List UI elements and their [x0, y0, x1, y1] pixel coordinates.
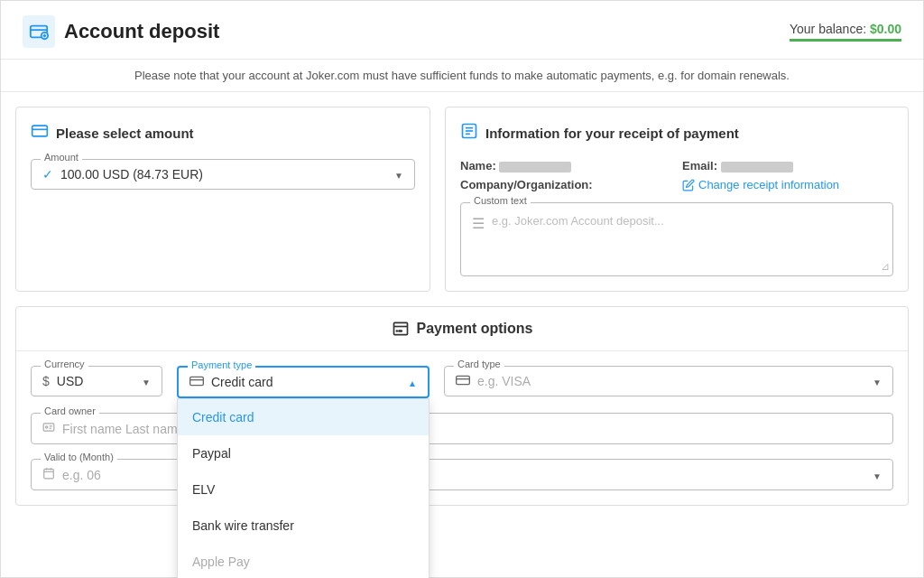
payment-fields-row2: Card owner First name Last name Ca — [16, 413, 908, 459]
payment-section-title: Payment options — [417, 321, 533, 337]
svg-rect-25 — [44, 469, 54, 479]
top-panels: Please select amount Amount ✓ 100.00 USD… — [1, 92, 923, 306]
page-container: Account deposit Your balance: $0.00 Plea… — [0, 0, 924, 578]
dropdown-item-credit-card[interactable]: Credit card — [178, 399, 429, 435]
payment-type-label: Payment type — [188, 359, 255, 370]
amount-label: Amount — [41, 152, 82, 163]
card-owner-icon — [42, 421, 55, 436]
receipt-panel: Information for your receipt of payment … — [445, 107, 909, 292]
balance-bar — [790, 39, 901, 42]
dropdown-item-elv[interactable]: ELV — [178, 471, 429, 508]
currency-field-content: $ USD — [42, 374, 151, 388]
card-type-icon — [456, 374, 470, 388]
svg-rect-17 — [457, 376, 470, 384]
payment-icon — [392, 320, 410, 338]
custom-text-label: Custom text — [470, 195, 531, 206]
amount-panel: Please select amount Amount ✓ 100.00 USD… — [15, 107, 430, 292]
change-link-container: Change receipt information — [682, 178, 893, 191]
balance-value: $0.00 — [870, 22, 901, 36]
card-owner-label: Card owner — [41, 406, 99, 416]
dropdown-item-paypal-label: Paypal — [192, 446, 231, 461]
currency-symbol: $ — [42, 374, 50, 388]
dropdown-item-bank-wire[interactable]: Bank wire transfer — [178, 508, 429, 544]
dropdown-item-elv-label: ELV — [192, 482, 215, 497]
payment-type-value: Credit card — [211, 375, 273, 389]
credit-card-icon — [189, 375, 204, 389]
card-type-label: Card type — [454, 359, 504, 369]
change-receipt-link[interactable]: Change receipt information — [682, 178, 893, 191]
page-title: Account deposit — [64, 20, 219, 43]
amount-field-group[interactable]: Amount ✓ 100.00 USD (84.73 EUR) — [31, 159, 415, 190]
amount-check-icon: ✓ — [42, 167, 53, 182]
card-owner-placeholder: First name Last name — [62, 422, 184, 436]
custom-text-placeholder-text: e.g. Joker.com Account deposit... — [492, 214, 664, 228]
email-label: Email: — [682, 159, 717, 172]
balance-display: Your balance: $0.00 — [790, 22, 901, 36]
payment-fields-row3: Valid to (Month) e.g. 06 Valid to — [16, 459, 908, 505]
receipt-panel-title: Information for your receipt of payment — [485, 126, 739, 141]
calendar-month-icon — [42, 467, 55, 482]
balance-label: Your balance: — [790, 22, 866, 36]
card-type-placeholder: e.g. VISA — [477, 374, 531, 388]
currency-field-group[interactable]: Currency $ USD — [31, 366, 162, 396]
payment-type-dropdown-container: Payment type Credit card — [177, 366, 430, 398]
amount-icon — [31, 122, 49, 144]
header: Account deposit Your balance: $0.00 — [1, 1, 923, 60]
currency-label: Currency — [41, 359, 88, 369]
valid-month-label: Valid to (Month) — [41, 452, 117, 462]
svg-point-20 — [46, 426, 48, 428]
svg-rect-11 — [393, 322, 407, 334]
custom-text-placeholder-display: ☰ e.g. Joker.com Account deposit... — [468, 210, 885, 268]
payment-type-dropdown-menu: Credit card Paypal ELV Bank wire transfe… — [177, 398, 430, 578]
receipt-panel-header: Information for your receipt of payment — [460, 122, 893, 144]
dropdown-item-credit-card-label: Credit card — [192, 410, 254, 424]
email-value-blurred — [721, 162, 793, 172]
card-type-field-content: e.g. VISA — [456, 374, 882, 388]
name-label: Name: — [460, 159, 496, 172]
resize-handle-icon: ⊿ — [881, 260, 890, 273]
account-deposit-icon — [23, 15, 55, 48]
dropdown-item-apple-pay-label: Apple Pay — [192, 555, 250, 569]
amount-value-display: ✓ 100.00 USD (84.73 EUR) — [42, 167, 403, 182]
amount-panel-header: Please select amount — [31, 122, 415, 144]
currency-value: USD — [57, 374, 84, 388]
text-lines-icon: ☰ — [472, 215, 485, 232]
payment-type-field-content: Credit card — [189, 375, 417, 389]
svg-rect-5 — [32, 126, 48, 136]
amount-panel-title: Please select amount — [56, 126, 194, 141]
dropdown-item-bank-wire-label: Bank wire transfer — [192, 518, 294, 533]
valid-month-placeholder: e.g. 06 — [62, 468, 101, 482]
card-type-field-group[interactable]: Card type e.g. VISA — [444, 366, 893, 396]
change-link-text: Change receipt information — [698, 178, 839, 191]
amount-value: 100.00 USD (84.73 EUR) — [60, 167, 203, 182]
header-left: Account deposit — [23, 15, 219, 48]
payment-type-arrow-icon — [408, 375, 417, 389]
payment-section: Payment options Currency $ USD Payment t… — [15, 306, 909, 506]
amount-arrow-icon — [394, 167, 403, 182]
card-type-arrow-icon — [873, 374, 882, 388]
custom-text-area: Custom text ☰ e.g. Joker.com Account dep… — [460, 202, 893, 276]
notice-text: Please note that your account at Joker.c… — [1, 60, 923, 92]
dropdown-item-apple-pay: Apple Pay — [178, 544, 429, 578]
name-field: Name: — [460, 159, 671, 172]
balance-section: Your balance: $0.00 — [790, 22, 901, 42]
payment-type-field-group[interactable]: Payment type Credit card — [177, 366, 430, 398]
svg-rect-15 — [190, 377, 204, 385]
email-field-container: Email: — [682, 159, 893, 172]
company-label: Company/Organization: — [460, 178, 593, 191]
receipt-grid: Name: Email: Company/Organization: — [460, 159, 893, 191]
edit-icon — [682, 179, 695, 191]
payment-fields-row1: Currency $ USD Payment type — [16, 351, 908, 413]
receipt-icon — [460, 122, 478, 144]
company-field: Company/Organization: — [460, 178, 671, 191]
name-value-blurred — [499, 162, 571, 172]
dropdown-item-paypal[interactable]: Paypal — [178, 435, 429, 471]
payment-header: Payment options — [16, 307, 908, 351]
valid-year-arrow-icon — [873, 468, 882, 482]
currency-arrow-icon — [142, 374, 151, 388]
